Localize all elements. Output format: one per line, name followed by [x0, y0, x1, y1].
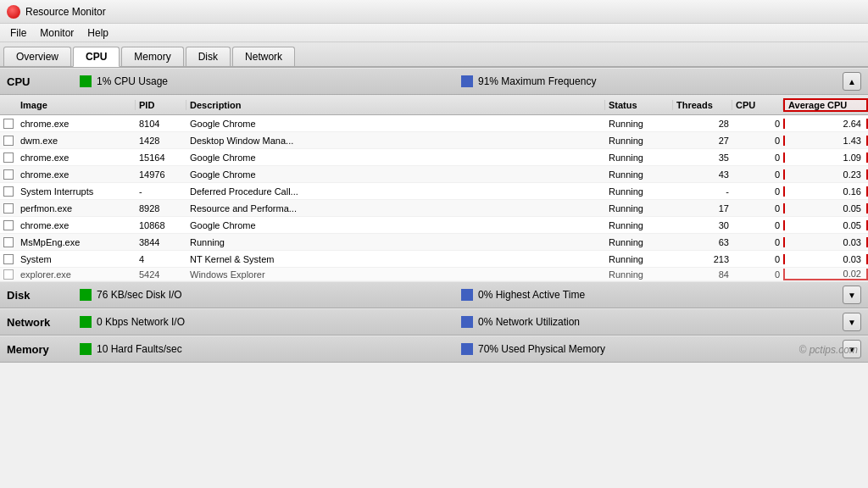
row-image: chrome.exe: [17, 220, 136, 230]
th-image[interactable]: Image: [17, 100, 136, 110]
memory-faults-text: 10 Hard Faults/sec: [97, 343, 182, 355]
th-pid[interactable]: PID: [136, 100, 186, 110]
row-description: Google Chrome: [186, 169, 605, 180]
row-status: Running: [605, 152, 673, 163]
row-pid: 15164: [136, 152, 186, 163]
row-cpu: 0: [732, 203, 783, 214]
row-checkbox[interactable]: [0, 220, 17, 230]
row-image: chrome.exe: [17, 152, 136, 163]
cpu-indicator1: 1% CPU Usage: [80, 75, 448, 87]
table-row[interactable]: MsMpEng.exe 3844 Running Running 63 0 0.…: [0, 234, 868, 251]
row-cpu: 0: [732, 269, 783, 280]
row-checkbox[interactable]: [0, 237, 17, 247]
menu-help[interactable]: Help: [81, 25, 115, 41]
th-avgcpu[interactable]: Average CPU: [783, 98, 868, 112]
row-checkbox[interactable]: [0, 254, 17, 264]
row-checkbox[interactable]: [0, 186, 17, 197]
row-description: Google Chrome: [186, 220, 605, 230]
disk-io-text: 76 KB/sec Disk I/O: [97, 289, 182, 301]
network-collapse-button[interactable]: ▼: [843, 313, 861, 331]
table-row[interactable]: chrome.exe 8104 Google Chrome Running 28…: [0, 115, 868, 132]
row-description: Running: [186, 237, 605, 247]
tab-network[interactable]: Network: [232, 47, 295, 66]
table-row[interactable]: System 4 NT Kernel & System Running 213 …: [0, 251, 868, 268]
disk-section-title: Disk: [7, 289, 66, 302]
cpu-section-title: CPU: [7, 75, 66, 88]
table-row[interactable]: chrome.exe 14976 Google Chrome Running 4…: [0, 166, 868, 183]
network-util-icon: [461, 316, 473, 328]
cpu-section-header: CPU 1% CPU Usage 91% Maximum Frequency ▲: [0, 68, 868, 95]
row-status: Running: [605, 203, 673, 214]
th-status[interactable]: Status: [605, 100, 673, 110]
row-pid: 4: [136, 254, 186, 264]
title-bar-text: Resource Monitor: [25, 6, 106, 18]
disk-section-header: Disk 76 KB/sec Disk I/O 0% Highest Activ…: [0, 281, 868, 308]
row-avgcpu: 0.05: [783, 203, 868, 214]
row-image: System: [17, 254, 136, 264]
title-bar: Resource Monitor: [0, 0, 868, 24]
row-checkbox[interactable]: [0, 169, 17, 180]
memory-section-header: Memory 10 Hard Faults/sec 70% Used Physi…: [0, 336, 868, 363]
cpu-collapse-button[interactable]: ▲: [843, 72, 861, 91]
row-status: Running: [605, 220, 673, 230]
row-cpu: 0: [732, 254, 783, 264]
row-threads: 27: [673, 136, 732, 146]
row-cpu: 0: [732, 119, 783, 129]
row-threads: 84: [673, 269, 732, 280]
row-pid: 14976: [136, 169, 186, 180]
row-status: Running: [605, 169, 673, 180]
th-threads[interactable]: Threads: [673, 100, 732, 110]
row-cpu: 0: [732, 220, 783, 230]
table-row[interactable]: perfmon.exe 8928 Resource and Performa..…: [0, 200, 868, 217]
table-header-row: Image PID Description Status Threads CPU…: [0, 95, 868, 115]
table-row[interactable]: System Interrupts - Deferred Procedure C…: [0, 183, 868, 200]
row-avgcpu: 1.43: [783, 136, 868, 146]
cpu-indicator2: 91% Maximum Frequency: [461, 75, 829, 87]
table-row[interactable]: chrome.exe 15164 Google Chrome Running 3…: [0, 149, 868, 166]
memory-indicator1: 10 Hard Faults/sec: [80, 343, 448, 355]
disk-indicator2: 0% Highest Active Time: [461, 289, 829, 301]
memory-section-title: Memory: [7, 343, 66, 356]
row-avgcpu: 2.64: [783, 119, 868, 129]
row-status: Running: [605, 237, 673, 247]
row-pid: -: [136, 186, 186, 197]
row-cpu: 0: [732, 136, 783, 146]
table-row[interactable]: chrome.exe 10868 Google Chrome Running 3…: [0, 217, 868, 234]
row-threads: 213: [673, 254, 732, 264]
row-threads: 30: [673, 220, 732, 230]
tab-overview[interactable]: Overview: [3, 47, 71, 66]
row-threads: 63: [673, 237, 732, 247]
network-section-title: Network: [7, 316, 66, 329]
menu-monitor[interactable]: Monitor: [33, 25, 81, 41]
th-cpu[interactable]: CPU: [732, 100, 783, 110]
row-checkbox[interactable]: [0, 269, 17, 280]
row-avgcpu: 1.09: [783, 152, 868, 163]
row-description: Desktop Window Mana...: [186, 136, 605, 146]
row-status: Running: [605, 254, 673, 264]
disk-collapse-button[interactable]: ▼: [843, 286, 861, 304]
row-pid: 3844: [136, 237, 186, 247]
th-description[interactable]: Description: [186, 100, 605, 110]
tab-memory[interactable]: Memory: [121, 47, 183, 66]
row-checkbox[interactable]: [0, 136, 17, 146]
row-avgcpu: 0.23: [783, 169, 868, 180]
row-description: Google Chrome: [186, 119, 605, 129]
menu-file[interactable]: File: [3, 25, 33, 41]
network-io-icon: [80, 316, 92, 328]
row-image: System Interrupts: [17, 186, 136, 197]
table-row[interactable]: dwm.exe 1428 Desktop Window Mana... Runn…: [0, 132, 868, 149]
row-checkbox[interactable]: [0, 152, 17, 163]
row-checkbox[interactable]: [0, 119, 17, 129]
row-description: NT Kernel & System: [186, 254, 605, 264]
row-pid: 1428: [136, 136, 186, 146]
row-checkbox[interactable]: [0, 203, 17, 214]
tab-cpu[interactable]: CPU: [73, 47, 120, 67]
row-avgcpu: 0.05: [783, 220, 868, 230]
table-row[interactable]: explorer.exe 5424 Windows Explorer Runni…: [0, 268, 868, 281]
row-threads: 28: [673, 119, 732, 129]
tab-disk[interactable]: Disk: [186, 47, 231, 66]
row-avgcpu: 0.02: [783, 269, 868, 280]
disk-io-icon: [80, 289, 92, 301]
disk-active-text: 0% Highest Active Time: [478, 289, 585, 301]
row-threads: 43: [673, 169, 732, 180]
